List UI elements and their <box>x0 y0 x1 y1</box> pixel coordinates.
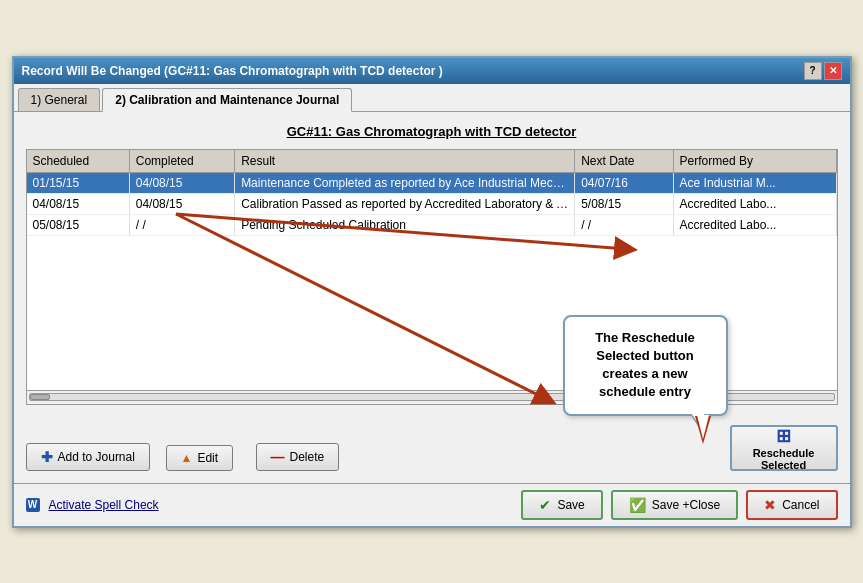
cell-next-date: / / <box>575 214 673 235</box>
cell-performed-by: Accredited Labo... <box>673 193 836 214</box>
delete-button[interactable]: — Delete <box>256 443 340 471</box>
cancel-button[interactable]: ✖ Cancel <box>746 490 837 520</box>
footer-bar: W Activate Spell Check ✔ Save ✅ Save +Cl… <box>14 483 850 526</box>
col-performed-by: Performed By <box>673 150 836 173</box>
save-close-button[interactable]: ✅ Save +Close <box>611 490 738 520</box>
cell-next-date: 5/08/15 <box>575 193 673 214</box>
spell-check-label[interactable]: Activate Spell Check <box>49 498 159 512</box>
add-label: Add to Journal <box>58 450 135 464</box>
col-completed: Completed <box>129 150 234 173</box>
cell-scheduled: 05/08/15 <box>27 214 130 235</box>
tab-bar: 1) General 2) Calibration and Maintenanc… <box>14 84 850 112</box>
tab-general[interactable]: 1) General <box>18 88 101 111</box>
circle-check-icon: ✅ <box>629 497 646 513</box>
table-row[interactable]: 01/15/15 04/08/15 Maintenance Completed … <box>27 172 837 193</box>
callout-bubble: The Reschedule Selected button creates a… <box>563 315 728 416</box>
check-icon: ✔ <box>539 497 551 513</box>
close-button[interactable]: ✕ <box>824 62 842 80</box>
main-window: Record Will Be Changed (GC#11: Gas Chrom… <box>12 56 852 528</box>
word-icon: W <box>26 498 40 512</box>
title-bar-buttons: ? ✕ <box>804 62 842 80</box>
save-label: Save <box>557 498 584 512</box>
help-button[interactable]: ? <box>804 62 822 80</box>
spell-check-area: W Activate Spell Check <box>26 498 159 512</box>
col-next-date: Next Date <box>575 150 673 173</box>
callout-text: The Reschedule Selected button creates a… <box>595 330 695 400</box>
title-bar: Record Will Be Changed (GC#11: Gas Chrom… <box>14 58 850 84</box>
cell-performed-by: Accredited Labo... <box>673 214 836 235</box>
table-row[interactable]: 05/08/15 / / Pending Scheduled Calibrati… <box>27 214 837 235</box>
content-area: GC#11: Gas Chromatograph with TCD detect… <box>14 112 850 483</box>
reschedule-label: RescheduleSelected <box>753 447 815 471</box>
calendar-icon: ⊞ <box>776 425 791 447</box>
cell-result: Calibration Passed as reported by Accred… <box>235 193 575 214</box>
dash-icon: — <box>271 449 285 465</box>
add-to-journal-button[interactable]: ✚ Add to Journal <box>26 443 150 471</box>
save-close-label: Save +Close <box>652 498 720 512</box>
window-title: Record Will Be Changed (GC#11: Gas Chrom… <box>22 64 443 78</box>
edit-label: Edit <box>197 451 218 465</box>
cell-result: Maintenance Completed as reported by Ace… <box>235 172 575 193</box>
x-icon: ✖ <box>764 497 776 513</box>
tab-calibration[interactable]: 2) Calibration and Maintenance Journal <box>102 88 352 112</box>
reschedule-selected-button[interactable]: ⊞ RescheduleSelected <box>730 425 838 471</box>
cell-next-date: 04/07/16 <box>575 172 673 193</box>
cell-scheduled: 04/08/15 <box>27 193 130 214</box>
plus-icon: ✚ <box>41 449 53 465</box>
edit-button[interactable]: ▲ Edit <box>166 445 234 471</box>
cell-result: Pending Scheduled Calibration <box>235 214 575 235</box>
table-row[interactable]: 04/08/15 04/08/15 Calibration Passed as … <box>27 193 837 214</box>
cell-scheduled: 01/15/15 <box>27 172 130 193</box>
journal-table: Scheduled Completed Result Next Date Per… <box>27 150 837 236</box>
cancel-label: Cancel <box>782 498 819 512</box>
scrollbar-thumb[interactable] <box>30 394 50 400</box>
cell-completed: 04/08/15 <box>129 193 234 214</box>
footer-buttons: ✔ Save ✅ Save +Close ✖ Cancel <box>521 490 837 520</box>
action-buttons: The Reschedule Selected button creates a… <box>26 411 838 471</box>
col-scheduled: Scheduled <box>27 150 130 173</box>
cell-performed-by: Ace Industrial M... <box>673 172 836 193</box>
delete-label: Delete <box>290 450 325 464</box>
save-button[interactable]: ✔ Save <box>521 490 602 520</box>
section-title: GC#11: Gas Chromatograph with TCD detect… <box>26 124 838 139</box>
cell-completed: 04/08/15 <box>129 172 234 193</box>
cell-completed: / / <box>129 214 234 235</box>
triangle-icon: ▲ <box>181 451 193 465</box>
col-result: Result <box>235 150 575 173</box>
